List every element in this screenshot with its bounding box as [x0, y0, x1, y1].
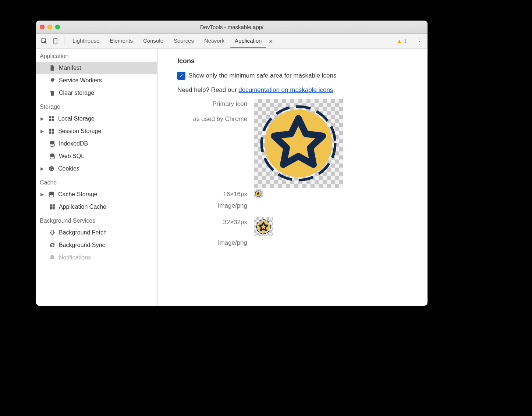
section-application: Application [36, 49, 157, 62]
chevron-right-icon: ▶ [40, 166, 45, 171]
tab-network[interactable]: Network [200, 34, 229, 48]
grid-icon [48, 115, 55, 122]
sidebar-item-label: Session Storage [58, 128, 101, 135]
svg-rect-20 [53, 204, 55, 207]
database-icon [49, 153, 56, 159]
section-storage: Storage [36, 99, 157, 112]
safe-area-checkbox[interactable]: ✓ [177, 72, 185, 80]
primary-icon-label: Primary icon as used by Chrome [177, 99, 247, 124]
svg-rect-19 [50, 204, 52, 207]
tabs: Lighthouse Elements Console Sources Netw… [68, 34, 266, 48]
primary-icon-preview [254, 99, 343, 188]
sidebar-item-clear-storage[interactable]: Clear storage [36, 87, 157, 99]
sidebar-item-background-fetch[interactable]: Background Fetch [36, 226, 157, 239]
sidebar-item-background-sync[interactable]: Background Sync [36, 239, 157, 251]
sidebar-item-label: Background Sync [59, 242, 105, 248]
svg-rect-3 [49, 116, 51, 118]
grid-icon [49, 204, 56, 210]
devtools-tabstrip: Lighthouse Elements Console Sources Netw… [36, 34, 428, 49]
devtools-window: DevTools - maskable.app/ Lighthouse Elem… [36, 21, 428, 306]
sidebar-item-label: Notifications [59, 254, 91, 261]
more-icon[interactable]: ⋮ [414, 34, 425, 48]
icon-16-preview [254, 189, 263, 198]
database-icon [48, 191, 55, 198]
sidebar-item-service-workers[interactable]: Service Workers [36, 74, 157, 87]
tabs-overflow-icon[interactable]: » [266, 34, 275, 48]
svg-point-16 [52, 169, 53, 170]
bell-icon [49, 254, 56, 261]
sidebar-item-application-cache[interactable]: Application Cache [36, 201, 157, 213]
svg-rect-4 [52, 116, 54, 118]
sidebar-item-cache-storage[interactable]: ▶ Cache Storage [36, 188, 157, 201]
icon-mime: image/png [177, 238, 247, 248]
section-background-services: Background Services [36, 213, 157, 226]
window-title: DevTools - maskable.app/ [36, 24, 428, 30]
separator [64, 36, 64, 46]
svg-rect-6 [52, 119, 54, 121]
sidebar: Application Manifest Service Workers Cle… [36, 49, 157, 306]
grid-icon [48, 128, 55, 135]
svg-point-14 [50, 168, 51, 168]
sidebar-item-label: IndexedDB [59, 140, 88, 147]
sidebar-item-label: Application Cache [59, 204, 106, 210]
svg-point-13 [49, 166, 54, 171]
sidebar-item-label: Clear storage [59, 90, 94, 96]
chevron-right-icon: ▶ [40, 129, 45, 134]
sidebar-item-label: Manifest [59, 65, 81, 71]
tab-lighthouse[interactable]: Lighthouse [68, 34, 104, 48]
sync-icon [49, 242, 56, 248]
fetch-icon [49, 229, 56, 236]
panel-heading: Icons [157, 57, 428, 69]
svg-rect-7 [49, 129, 51, 131]
tab-application[interactable]: Application [230, 34, 266, 48]
checkbox-label: Show only the minimum safe area for mask… [188, 72, 337, 79]
sidebar-item-label: Local Storage [58, 115, 95, 122]
svg-rect-22 [53, 207, 55, 209]
svg-rect-1 [54, 38, 57, 44]
cookie-icon [48, 165, 55, 172]
sidebar-item-label: Web SQL [59, 153, 84, 159]
trash-icon [49, 90, 56, 96]
tab-elements[interactable]: Elements [105, 34, 137, 48]
separator [412, 36, 412, 46]
manifest-panel: Icons ✓ Show only the minimum safe area … [157, 49, 428, 306]
svg-rect-9 [49, 132, 51, 134]
icon-mime: image/png [177, 201, 247, 211]
maskable-star-icon [258, 103, 339, 184]
tab-console[interactable]: Console [139, 34, 168, 48]
doc-link[interactable]: documentation on maskable icons [238, 86, 333, 93]
tab-sources[interactable]: Sources [169, 34, 198, 48]
warnings-count: 1 [404, 38, 407, 44]
sidebar-item-label: Cookies [58, 165, 79, 172]
icon-size-label: 16×16px [177, 189, 247, 199]
warning-icon: ▲ [397, 38, 402, 44]
inspect-icon[interactable] [38, 34, 50, 48]
device-toolbar-icon[interactable] [50, 34, 62, 48]
warnings-badge[interactable]: ▲ 1 [394, 34, 409, 48]
svg-rect-5 [49, 119, 51, 121]
svg-rect-8 [52, 129, 54, 131]
titlebar: DevTools - maskable.app/ [36, 21, 428, 34]
svg-point-17 [50, 169, 51, 170]
svg-point-15 [52, 167, 53, 168]
sidebar-item-label: Cache Storage [58, 191, 97, 198]
sidebar-item-session-storage[interactable]: ▶ Session Storage [36, 125, 157, 137]
svg-rect-10 [52, 132, 54, 134]
sidebar-item-cookies[interactable]: ▶ Cookies [36, 162, 157, 175]
chevron-right-icon: ▶ [40, 192, 45, 197]
sidebar-item-label: Service Workers [59, 77, 102, 84]
database-icon [49, 140, 56, 147]
sidebar-item-local-storage[interactable]: ▶ Local Storage [36, 112, 157, 125]
help-text: Need help? Read our documentation on mas… [157, 82, 428, 97]
sidebar-item-label: Background Fetch [59, 229, 107, 236]
sidebar-item-web-sql[interactable]: Web SQL [36, 150, 157, 162]
section-cache: Cache [36, 175, 157, 188]
gear-icon [49, 77, 56, 84]
sidebar-item-notifications[interactable]: Notifications [36, 251, 157, 264]
icon-32-preview [254, 217, 273, 236]
svg-rect-21 [50, 207, 52, 209]
chevron-right-icon: ▶ [40, 116, 45, 121]
sidebar-item-indexeddb[interactable]: IndexedDB [36, 137, 157, 150]
sidebar-item-manifest[interactable]: Manifest [36, 62, 157, 74]
file-icon [49, 65, 56, 71]
